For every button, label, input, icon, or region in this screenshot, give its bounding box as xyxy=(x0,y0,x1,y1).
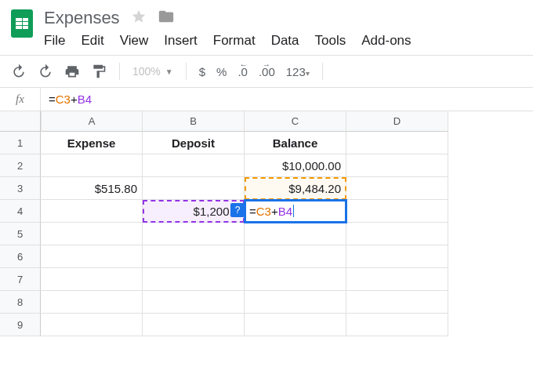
cell-d8[interactable] xyxy=(346,291,448,314)
menu-addons[interactable]: Add-ons xyxy=(361,33,411,49)
cell-b5[interactable] xyxy=(143,223,245,245)
cell-b8[interactable] xyxy=(143,291,245,314)
cell-c4-active[interactable]: ? =C3+B4 xyxy=(245,200,346,223)
format-percent-button[interactable]: % xyxy=(216,65,227,78)
formula-bar: fx =C3+B4 xyxy=(0,88,533,111)
row-header-1[interactable]: 1 xyxy=(0,132,41,154)
row-header-8[interactable]: 8 xyxy=(0,291,41,314)
cell-a5[interactable] xyxy=(41,223,143,245)
row-header-4[interactable]: 4 xyxy=(0,200,41,223)
cell-c7[interactable] xyxy=(245,268,346,291)
menu-insert[interactable]: Insert xyxy=(164,33,198,49)
formula-input[interactable]: =C3+B4 xyxy=(41,93,100,106)
cell-a3[interactable]: $515.80 xyxy=(41,177,143,200)
row-header-2[interactable]: 2 xyxy=(0,154,41,177)
col-header-c[interactable]: C xyxy=(245,111,346,132)
zoom-dropdown[interactable]: 100% ▼ xyxy=(132,65,173,78)
paint-format-button[interactable] xyxy=(91,64,107,79)
cell-b4[interactable]: $1,200.0 xyxy=(143,200,245,223)
row-header-5[interactable]: 5 xyxy=(0,223,41,245)
col-header-b[interactable]: B xyxy=(143,111,245,132)
increase-decimal-button[interactable]: .00→ xyxy=(259,65,275,78)
cell-d6[interactable] xyxy=(346,245,448,268)
menu-edit[interactable]: Edit xyxy=(81,33,103,49)
cell-b3[interactable] xyxy=(143,177,245,200)
document-title[interactable]: Expenses xyxy=(44,8,120,28)
cell-c3[interactable]: $9,484.20 xyxy=(245,177,346,200)
folder-icon[interactable] xyxy=(158,8,175,28)
redo-button[interactable] xyxy=(38,64,53,79)
cell-d1[interactable] xyxy=(346,132,448,154)
row-header-6[interactable]: 6 xyxy=(0,245,41,268)
cell-d3[interactable] xyxy=(346,177,448,200)
menu-view[interactable]: View xyxy=(120,33,149,49)
cell-d7[interactable] xyxy=(346,268,448,291)
print-button[interactable] xyxy=(64,64,80,79)
col-header-d[interactable]: D xyxy=(346,111,448,132)
cell-d4[interactable] xyxy=(346,200,448,223)
cell-a1[interactable]: Expense xyxy=(41,132,143,154)
cell-c9[interactable] xyxy=(245,314,346,336)
menu-data[interactable]: Data xyxy=(271,33,299,49)
cell-a9[interactable] xyxy=(41,314,143,336)
decrease-decimal-button[interactable]: ←.0 xyxy=(237,65,248,78)
more-formats-dropdown[interactable]: 123▾ xyxy=(286,65,310,78)
col-header-a[interactable]: A xyxy=(41,111,143,132)
cell-c6[interactable] xyxy=(245,245,346,268)
cell-c5[interactable] xyxy=(245,223,346,245)
menu-format[interactable]: Format xyxy=(213,33,256,49)
app-logo[interactable] xyxy=(6,6,38,47)
star-icon[interactable] xyxy=(131,9,147,27)
row-header-3[interactable]: 3 xyxy=(0,177,41,200)
cell-d5[interactable] xyxy=(346,223,448,245)
menu-tools[interactable]: Tools xyxy=(315,33,346,49)
cell-c2[interactable]: $10,000.00 xyxy=(245,154,346,177)
select-all-corner[interactable] xyxy=(0,111,41,132)
fx-icon: fx xyxy=(0,88,41,111)
format-currency-button[interactable]: $ xyxy=(199,65,205,78)
cell-a8[interactable] xyxy=(41,291,143,314)
cell-d9[interactable] xyxy=(346,314,448,336)
undo-button[interactable] xyxy=(11,64,27,79)
row-header-9[interactable]: 9 xyxy=(0,314,41,336)
cell-b7[interactable] xyxy=(143,268,245,291)
formula-help-icon[interactable]: ? xyxy=(230,203,245,217)
cell-b2[interactable] xyxy=(143,154,245,177)
cell-a4[interactable] xyxy=(41,200,143,223)
cell-c1[interactable]: Balance xyxy=(245,132,346,154)
menu-bar: File Edit View Insert Format Data Tools … xyxy=(44,28,527,55)
cell-a2[interactable] xyxy=(41,154,143,177)
cell-a7[interactable] xyxy=(41,268,143,291)
cell-c8[interactable] xyxy=(245,291,346,314)
cell-b1[interactable]: Deposit xyxy=(143,132,245,154)
toolbar: 100% ▼ $ % ←.0 .00→ 123▾ xyxy=(0,55,533,88)
cell-b6[interactable] xyxy=(143,245,245,268)
menu-file[interactable]: File xyxy=(44,33,65,49)
cell-d2[interactable] xyxy=(346,154,448,177)
cell-a6[interactable] xyxy=(41,245,143,268)
cell-b9[interactable] xyxy=(143,314,245,336)
row-header-7[interactable]: 7 xyxy=(0,268,41,291)
